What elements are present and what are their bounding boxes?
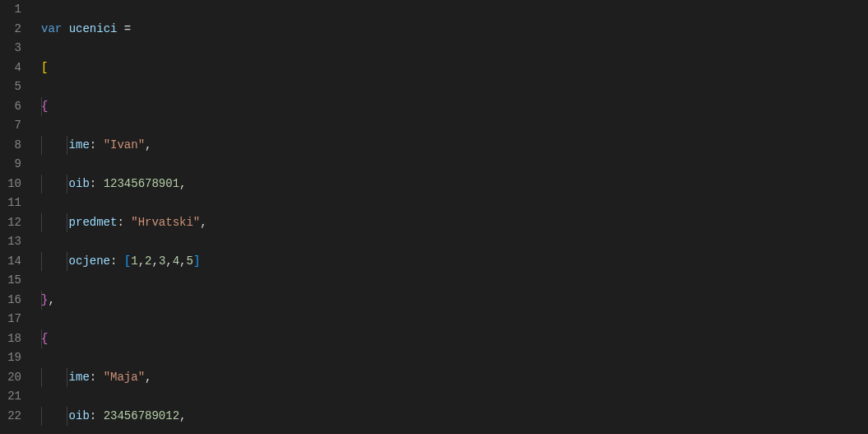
line-number: 12 (0, 213, 21, 233)
property: predmet (69, 216, 118, 229)
bracket: ] (193, 254, 200, 268)
code-editor[interactable]: var ucenici = [ { ime: "Ivan", oib: 1234… (35, 0, 868, 434)
number: 12345678901 (104, 177, 179, 190)
line-number: 3 (0, 39, 21, 58)
code-line[interactable]: oib: 12345678901, (41, 175, 868, 194)
code-line[interactable]: { (41, 97, 868, 117)
number: 5 (187, 254, 193, 268)
keyword: var (41, 22, 62, 35)
property: oib (69, 177, 90, 190)
line-number: 17 (0, 310, 21, 329)
number: 1 (131, 254, 137, 268)
code-line[interactable]: var ucenici = (41, 20, 868, 40)
code-line[interactable]: ocjene: [1,2,3,4,5] (41, 252, 868, 272)
line-number: 14 (0, 252, 21, 272)
number: 23456789012 (104, 409, 179, 422)
line-number: 21 (0, 387, 21, 407)
number: 4 (173, 254, 179, 268)
line-number: 5 (0, 77, 21, 97)
bracket: [ (124, 254, 131, 268)
line-number: 19 (0, 348, 21, 368)
string: "Hrvatski" (131, 216, 200, 229)
line-number: 15 (0, 271, 21, 291)
line-number: 8 (0, 136, 21, 156)
code-line[interactable]: { (41, 329, 868, 349)
variable: ucenici (69, 22, 118, 35)
code-line[interactable]: ime: "Maja", (41, 368, 868, 388)
line-number: 22 (0, 407, 21, 427)
code-line[interactable]: [ (41, 58, 868, 78)
bracket: [ (41, 61, 48, 74)
line-number: 18 (0, 329, 21, 349)
code-line[interactable]: predmet: "Hrvatski", (41, 213, 868, 233)
line-number: 9 (0, 155, 21, 175)
line-number: 11 (0, 194, 21, 213)
line-number-gutter: 1 2 3 4 5 6 7 8 9 10 11 12 13 14 15 16 1… (0, 0, 35, 434)
string: "Maja" (104, 371, 145, 384)
code-line[interactable]: }, (41, 291, 868, 310)
line-number: 10 (0, 175, 21, 194)
property: oib (69, 409, 90, 422)
bracket: { (41, 332, 48, 345)
line-number: 6 (0, 97, 21, 117)
property: ime (69, 138, 90, 152)
property: ocjene (69, 254, 110, 268)
property: ime (69, 371, 90, 384)
code-line[interactable]: oib: 23456789012, (41, 407, 868, 427)
operator: = (124, 22, 131, 35)
line-number: 2 (0, 20, 21, 40)
line-number: 4 (0, 58, 21, 78)
line-number: 16 (0, 291, 21, 310)
bracket: { (41, 100, 48, 113)
code-line[interactable]: ime: "Ivan", (41, 136, 868, 156)
line-number: 7 (0, 116, 21, 136)
string: "Ivan" (104, 138, 145, 152)
line-number: 1 (0, 0, 21, 20)
line-number: 13 (0, 232, 21, 252)
line-number: 20 (0, 368, 21, 388)
